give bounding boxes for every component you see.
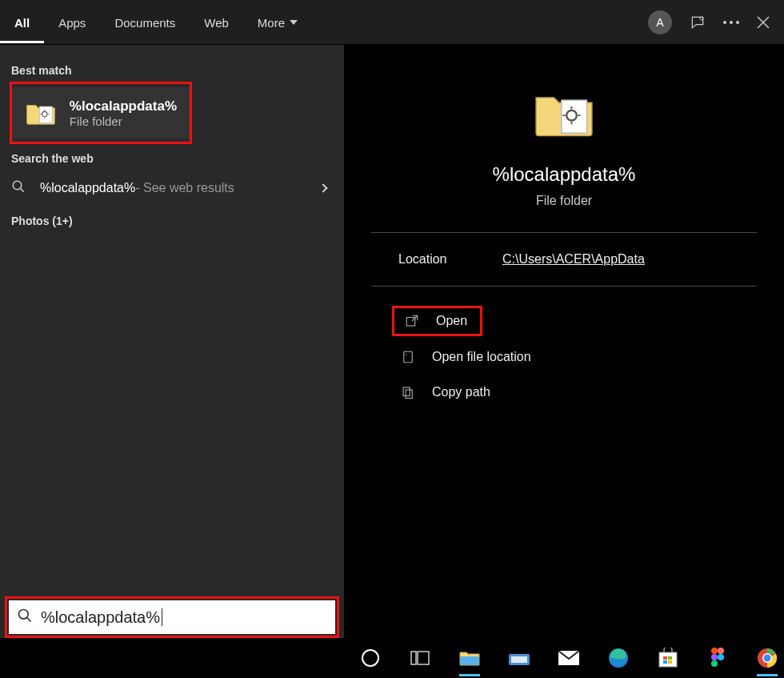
web-result-item[interactable]: %localappdata% - See web results bbox=[0, 170, 344, 207]
folder-icon-large bbox=[534, 85, 594, 146]
section-search-web: Search the web bbox=[0, 144, 344, 170]
filter-tabs: All Apps Documents Web More bbox=[0, 2, 312, 43]
svg-rect-14 bbox=[406, 390, 412, 399]
tab-web[interactable]: Web bbox=[190, 2, 243, 43]
action-copy-path-label: Copy path bbox=[432, 385, 490, 399]
action-open-file-location[interactable]: Open file location bbox=[398, 339, 757, 375]
svg-rect-7 bbox=[562, 100, 587, 133]
location-row: Location C:\Users\ACER\AppData bbox=[371, 233, 757, 287]
svg-rect-3 bbox=[39, 106, 52, 123]
svg-point-15 bbox=[19, 610, 29, 620]
best-match-text: %localappdata% File folder bbox=[70, 98, 177, 128]
top-bar: All Apps Documents Web More A bbox=[0, 0, 784, 45]
search-icon bbox=[17, 608, 33, 627]
web-result-suffix: - See web results bbox=[135, 181, 234, 195]
tab-more-label: More bbox=[258, 16, 285, 30]
detail-header: %localappdata% File folder bbox=[371, 45, 757, 233]
taskview-icon bbox=[410, 650, 430, 666]
edge-icon bbox=[608, 648, 629, 668]
tab-all[interactable]: All bbox=[0, 2, 44, 43]
best-match-title: %localappdata% bbox=[70, 98, 177, 114]
location-label: Location bbox=[398, 252, 502, 267]
detail-title: %localappdata% bbox=[493, 163, 636, 186]
close-button[interactable] bbox=[757, 16, 770, 29]
best-match-subtitle: File folder bbox=[70, 114, 177, 128]
svg-rect-19 bbox=[460, 656, 479, 665]
feedback-icon[interactable] bbox=[690, 14, 706, 30]
keyboard-icon bbox=[508, 649, 530, 667]
folder-icon bbox=[25, 97, 57, 129]
section-best-match: Best match bbox=[0, 56, 344, 82]
taskbar-cortana[interactable] bbox=[357, 644, 384, 672]
svg-rect-13 bbox=[403, 387, 410, 396]
taskbar-file-explorer[interactable] bbox=[456, 644, 483, 672]
tab-documents[interactable]: Documents bbox=[100, 2, 190, 43]
figma-icon bbox=[710, 647, 726, 669]
svg-rect-28 bbox=[668, 660, 672, 664]
action-open-file-location-label: Open file location bbox=[432, 350, 531, 364]
store-icon bbox=[658, 648, 678, 668]
file-explorer-icon bbox=[458, 648, 481, 668]
highlight-best-match: %localappdata% File folder bbox=[10, 82, 192, 144]
chrome-icon bbox=[757, 648, 778, 668]
svg-line-6 bbox=[20, 188, 24, 192]
svg-line-16 bbox=[27, 618, 31, 622]
svg-rect-11 bbox=[404, 351, 413, 363]
taskbar-task-view[interactable] bbox=[406, 644, 434, 672]
mail-icon bbox=[558, 650, 580, 666]
svg-rect-26 bbox=[668, 656, 672, 660]
search-input[interactable]: %localappdata% bbox=[9, 600, 335, 634]
taskbar-keyboard[interactable] bbox=[506, 644, 533, 672]
best-match-item[interactable]: %localappdata% File folder bbox=[12, 87, 190, 138]
svg-point-30 bbox=[718, 648, 724, 654]
chevron-down-icon bbox=[290, 20, 298, 25]
taskbar-edge[interactable] bbox=[605, 644, 632, 672]
user-avatar[interactable]: A bbox=[648, 10, 672, 34]
taskbar-chrome[interactable] bbox=[754, 644, 781, 672]
tab-more[interactable]: More bbox=[243, 2, 312, 43]
taskbar-store[interactable] bbox=[654, 644, 682, 672]
section-photos: Photos (1+) bbox=[0, 207, 344, 232]
svg-point-31 bbox=[711, 654, 718, 660]
svg-point-33 bbox=[711, 660, 718, 667]
action-open[interactable]: Open bbox=[402, 313, 467, 329]
taskbar-mail[interactable] bbox=[555, 644, 582, 672]
location-value[interactable]: C:\Users\ACER\AppData bbox=[502, 252, 645, 267]
highlight-open-action: Open bbox=[392, 306, 482, 336]
highlight-search-box: %localappdata% bbox=[5, 596, 339, 638]
svg-rect-25 bbox=[663, 656, 667, 660]
taskbar-figma[interactable] bbox=[704, 644, 731, 672]
open-icon bbox=[402, 313, 422, 329]
search-value: %localappdata% bbox=[41, 608, 162, 627]
detail-panel: %localappdata% File folder Location C:\U… bbox=[344, 45, 784, 638]
svg-point-29 bbox=[711, 648, 718, 654]
copy-icon bbox=[398, 384, 418, 400]
action-copy-path[interactable]: Copy path bbox=[398, 375, 757, 410]
top-right-controls: A bbox=[648, 10, 784, 34]
more-options-icon[interactable] bbox=[723, 21, 739, 24]
cortana-icon bbox=[362, 649, 379, 667]
text-caret bbox=[162, 608, 162, 626]
action-open-label: Open bbox=[436, 314, 467, 328]
svg-point-32 bbox=[718, 654, 724, 660]
chevron-right-icon bbox=[318, 183, 327, 192]
search-icon bbox=[11, 179, 29, 197]
svg-point-5 bbox=[13, 181, 22, 190]
web-result-main: %localappdata% bbox=[40, 181, 135, 195]
svg-rect-27 bbox=[663, 660, 667, 664]
action-list: Open Open file location Copy path bbox=[344, 287, 784, 424]
folder-outline-icon bbox=[398, 349, 418, 365]
detail-subtitle: File folder bbox=[536, 194, 592, 208]
svg-rect-17 bbox=[411, 652, 416, 664]
svg-point-12 bbox=[406, 354, 407, 355]
taskbar bbox=[346, 638, 784, 678]
svg-rect-18 bbox=[418, 652, 429, 664]
svg-point-36 bbox=[764, 655, 771, 662]
svg-rect-21 bbox=[511, 656, 527, 663]
tab-apps[interactable]: Apps bbox=[44, 2, 100, 43]
results-panel: Best match %localappdata% File folder Se bbox=[0, 45, 344, 638]
